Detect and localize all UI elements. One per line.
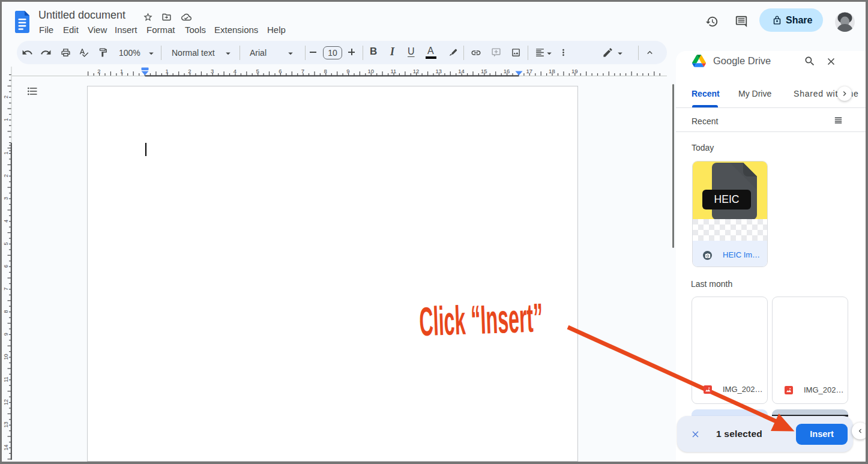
svg-text:13: 13	[436, 68, 442, 74]
svg-text:3: 3	[3, 197, 9, 200]
svg-text:15: 15	[481, 68, 487, 74]
svg-text:11: 11	[3, 377, 9, 382]
svg-text:12: 12	[413, 68, 420, 74]
svg-text:1: 1	[166, 68, 169, 74]
svg-text:18: 18	[549, 68, 555, 74]
svg-text:2: 2	[3, 174, 9, 177]
svg-text:5: 5	[256, 68, 259, 74]
svg-text:4: 4	[234, 68, 237, 74]
svg-text:7: 7	[3, 288, 9, 291]
svg-text:2: 2	[188, 68, 191, 74]
svg-text:2: 2	[3, 95, 9, 98]
svg-text:2: 2	[97, 68, 100, 74]
svg-text:7: 7	[301, 68, 304, 74]
svg-text:14: 14	[3, 444, 9, 450]
svg-text:8: 8	[3, 310, 9, 313]
svg-text:6: 6	[3, 265, 9, 268]
svg-text:13: 13	[3, 422, 9, 428]
svg-text:4: 4	[3, 220, 9, 223]
svg-text:14: 14	[458, 68, 465, 74]
svg-text:8: 8	[324, 68, 327, 74]
svg-text:1: 1	[120, 68, 123, 74]
svg-text:10: 10	[367, 68, 374, 74]
svg-text:9: 9	[346, 68, 349, 74]
svg-text:1: 1	[3, 151, 9, 154]
svg-text:16: 16	[504, 68, 510, 74]
svg-text:6: 6	[279, 68, 282, 74]
svg-text:10: 10	[3, 354, 9, 360]
svg-text:5: 5	[3, 242, 9, 245]
svg-text:19: 19	[571, 68, 578, 74]
svg-text:12: 12	[3, 399, 9, 405]
svg-text:9: 9	[3, 333, 9, 336]
svg-text:17: 17	[526, 68, 532, 74]
svg-text:11: 11	[390, 68, 396, 74]
svg-text:3: 3	[211, 68, 214, 74]
svg-text:1: 1	[3, 118, 9, 121]
